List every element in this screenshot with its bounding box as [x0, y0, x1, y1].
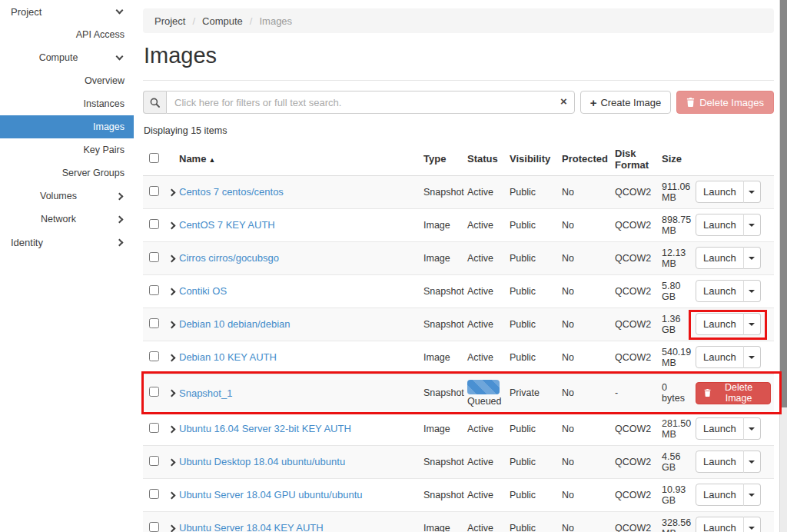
- sidebar-item-identity[interactable]: Identity: [0, 231, 134, 254]
- expand-row-icon[interactable]: [168, 425, 176, 433]
- sidebar-item-api-access[interactable]: API Access: [0, 23, 134, 46]
- select-all-checkbox[interactable]: [149, 153, 159, 163]
- search-icon-button[interactable]: [143, 91, 166, 114]
- launch-dropdown-toggle[interactable]: [743, 346, 761, 368]
- expand-row-icon[interactable]: [168, 221, 176, 229]
- table-row: Contiki OS Snapshot Active Public No QCO…: [143, 274, 774, 308]
- launch-button[interactable]: Launch: [696, 247, 744, 269]
- image-name-link[interactable]: Debian 10 KEY AUTH: [179, 351, 277, 363]
- visibility-cell: Public: [505, 341, 557, 374]
- row-checkbox[interactable]: [149, 318, 159, 328]
- launch-button[interactable]: Launch: [696, 451, 744, 473]
- launch-button[interactable]: Launch: [696, 517, 744, 532]
- scrollbar-thumb[interactable]: [780, 0, 787, 407]
- row-checkbox[interactable]: [149, 285, 159, 295]
- expand-row-icon[interactable]: [168, 188, 176, 196]
- disk-format-cell: -: [610, 374, 657, 412]
- image-name-link[interactable]: Debian 10 debian/debian: [179, 318, 291, 330]
- actions-cell: Launch: [691, 241, 774, 274]
- clear-search-icon[interactable]: ×: [560, 95, 567, 108]
- image-name-link[interactable]: Contiki OS: [179, 285, 227, 297]
- launch-dropdown-toggle[interactable]: [743, 451, 761, 473]
- expand-row-icon[interactable]: [168, 288, 176, 295]
- image-name-link[interactable]: Cirros cirros/gocubsgo: [179, 252, 279, 264]
- vertical-scrollbar[interactable]: [779, 0, 787, 532]
- launch-button[interactable]: Launch: [696, 313, 744, 335]
- launch-button[interactable]: Launch: [696, 346, 744, 368]
- table-row: Snapshot_1 Snapshot Queued Private No - …: [143, 374, 774, 412]
- launch-dropdown-toggle[interactable]: [743, 280, 761, 302]
- sidebar-item-overview[interactable]: Overview: [0, 69, 134, 92]
- sidebar-item-network[interactable]: Network: [0, 208, 134, 231]
- expand-row-icon[interactable]: [168, 458, 176, 466]
- image-name-link[interactable]: Ubuntu Desktop 18.04 ubuntu/ubuntu: [179, 456, 345, 467]
- image-name-link[interactable]: CentOS 7 KEY AUTH: [179, 219, 275, 231]
- launch-dropdown-toggle[interactable]: [743, 247, 761, 269]
- sidebar-item-instances[interactable]: Instances: [0, 92, 134, 115]
- launch-dropdown-toggle[interactable]: [743, 313, 761, 335]
- row-checkbox[interactable]: [149, 456, 159, 466]
- header-protected[interactable]: Protected: [557, 143, 610, 175]
- launch-button[interactable]: Launch: [696, 181, 744, 203]
- row-checkbox[interactable]: [149, 219, 159, 229]
- launch-dropdown-toggle[interactable]: [743, 214, 761, 236]
- row-checkbox[interactable]: [149, 489, 159, 499]
- row-checkbox[interactable]: [149, 423, 159, 433]
- sidebar-item-server-groups[interactable]: Server Groups: [0, 161, 134, 185]
- row-checkbox[interactable]: [149, 186, 159, 196]
- launch-dropdown-toggle[interactable]: [743, 484, 761, 506]
- breadcrumb-item-project[interactable]: Project: [154, 15, 185, 27]
- actions-cell: Delete Image: [691, 374, 774, 412]
- protected-cell: No: [557, 511, 610, 532]
- expand-row-icon[interactable]: [168, 524, 176, 532]
- header-visibility[interactable]: Visibility: [505, 143, 557, 175]
- header-status[interactable]: Status: [463, 143, 505, 175]
- launch-button[interactable]: Launch: [696, 484, 744, 506]
- sidebar-item-images[interactable]: Images: [0, 115, 134, 138]
- protected-cell: No: [557, 274, 610, 308]
- expand-row-icon[interactable]: [168, 254, 176, 262]
- header-size[interactable]: Size: [657, 143, 691, 175]
- sidebar-item-compute[interactable]: Compute: [0, 46, 134, 69]
- launch-dropdown-toggle[interactable]: [743, 517, 761, 532]
- header-disk-format[interactable]: Disk Format: [610, 143, 657, 175]
- chevron-down-icon: [116, 53, 124, 61]
- launch-split-button: Launch: [696, 280, 761, 302]
- row-checkbox[interactable]: [149, 252, 159, 262]
- status-label: Queued: [467, 396, 502, 407]
- expand-row-icon[interactable]: [168, 491, 176, 499]
- visibility-cell: Public: [505, 274, 557, 308]
- sidebar-item-key-pairs[interactable]: Key Pairs: [0, 138, 134, 161]
- size-cell: 0 bytes: [657, 374, 691, 412]
- caret-down-icon: [749, 224, 755, 227]
- expand-row-icon[interactable]: [168, 321, 176, 328]
- delete-images-button[interactable]: Delete Images: [676, 91, 774, 114]
- breadcrumb-separator: /: [192, 15, 195, 27]
- create-image-button[interactable]: + Create Image: [580, 91, 672, 114]
- sidebar-item-volumes[interactable]: Volumes: [0, 185, 134, 208]
- breadcrumb-item-compute[interactable]: Compute: [202, 15, 243, 27]
- chevron-right-icon: [116, 238, 124, 246]
- sidebar-item-project[interactable]: Project: [0, 0, 134, 23]
- image-name-link[interactable]: Ubuntu Server 18.04 GPU ubuntu/ubuntu: [179, 489, 363, 500]
- launch-button[interactable]: Launch: [696, 280, 744, 302]
- image-name-link[interactable]: Centos 7 centos/centos: [179, 186, 284, 198]
- launch-button[interactable]: Launch: [696, 214, 744, 236]
- delete-image-button[interactable]: Delete Image: [696, 382, 771, 404]
- image-name-link[interactable]: Ubuntu Server 18.04 KEY AUTH: [179, 522, 324, 532]
- actions-cell: Launch: [691, 274, 774, 308]
- row-checkbox[interactable]: [149, 522, 159, 532]
- launch-button[interactable]: Launch: [696, 417, 744, 440]
- protected-cell: No: [557, 374, 610, 412]
- image-name-link[interactable]: Snapshot_1: [179, 387, 232, 399]
- expand-row-icon[interactable]: [168, 390, 176, 397]
- row-checkbox[interactable]: [149, 351, 159, 361]
- row-checkbox[interactable]: [149, 387, 159, 397]
- image-name-link[interactable]: Ubuntu 16.04 Server 32-bit KEY AUTH: [179, 423, 351, 434]
- search-input[interactable]: [166, 91, 575, 114]
- expand-row-icon[interactable]: [168, 354, 176, 361]
- header-type[interactable]: Type: [419, 143, 463, 175]
- launch-dropdown-toggle[interactable]: [743, 417, 761, 440]
- launch-dropdown-toggle[interactable]: [743, 181, 761, 203]
- header-name[interactable]: Name▲: [177, 143, 419, 175]
